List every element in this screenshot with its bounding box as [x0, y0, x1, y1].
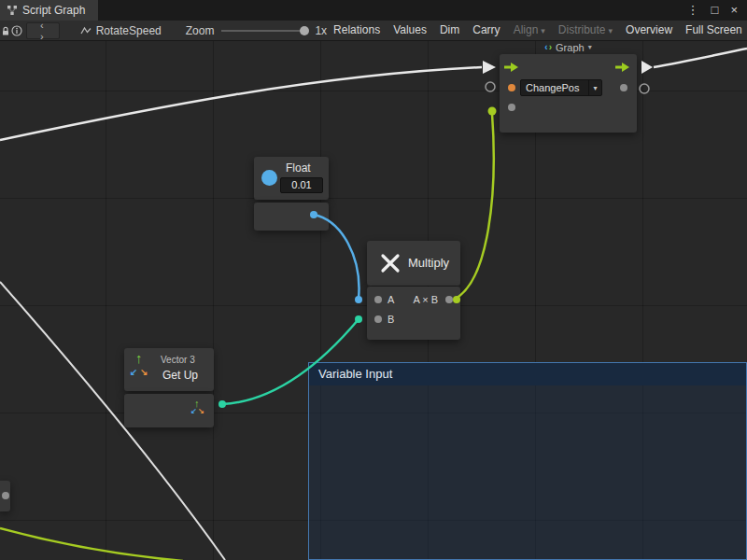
- unconnected-port-ring[interactable]: [486, 82, 495, 91]
- distribute-dropdown[interactable]: Distribute▾: [552, 21, 619, 41]
- float-node-title: Float: [286, 161, 311, 175]
- info-button[interactable]: [11, 21, 22, 41]
- multiply-node-ports[interactable]: A A × B B: [367, 287, 460, 340]
- lock-icon: [0, 25, 11, 36]
- float-node-ports[interactable]: [254, 203, 329, 231]
- multiply-node[interactable]: Multiply: [367, 241, 460, 286]
- graph-name: RotateSpeed: [80, 24, 162, 37]
- fullscreen-button[interactable]: Full Screen: [679, 21, 747, 40]
- group-variable-input[interactable]: Variable Input: [308, 362, 747, 560]
- flow-input-port[interactable]: [504, 62, 519, 73]
- chevron-down-icon: ▾: [541, 26, 545, 35]
- float-node[interactable]: Float 0.01: [254, 157, 329, 200]
- overview-button[interactable]: Overview: [619, 21, 679, 40]
- zoom-control: Zoom 1x: [186, 24, 327, 37]
- flow-wire-out-of-graph[interactable]: [654, 49, 747, 67]
- get-up-node-title: Get Up: [162, 369, 198, 382]
- vector3-output-port[interactable]: ↑ ↙ ↘: [190, 399, 206, 418]
- graph-canvas[interactable]: Variable Input ‹› Graph ▾ ChangePos ▾: [0, 41, 747, 560]
- carry-button[interactable]: Carry: [466, 21, 506, 40]
- tab-script-graph[interactable]: Script Graph: [0, 0, 98, 21]
- multiply-result-label: A × B: [413, 294, 438, 305]
- wire-end-dot: [355, 296, 362, 303]
- get-up-node-ports[interactable]: ↑ ↙ ↘: [124, 394, 214, 427]
- vector3-diag-left-icon: ↙: [130, 367, 137, 377]
- flow-wire-into-graph[interactable]: [0, 67, 482, 140]
- script-graph-icon: [7, 5, 18, 16]
- group-title: Variable Input: [318, 367, 392, 381]
- get-up-node[interactable]: ↑ ↙ ↘ Vector 3 Get Up: [124, 348, 214, 391]
- close-button[interactable]: ×: [730, 0, 738, 21]
- tab-label: Script Graph: [22, 4, 85, 17]
- tab-bar: Script Graph ⋮ □ ×: [0, 0, 747, 21]
- maximize-button[interactable]: □: [712, 0, 719, 21]
- chevron-down-icon: ▾: [588, 43, 592, 51]
- multiply-node-title: Multiply: [408, 256, 449, 270]
- window-controls: ⋮ □ ×: [687, 0, 747, 21]
- variable-dropdown[interactable]: ChangePos ▾: [520, 79, 602, 96]
- value-output-port[interactable]: [620, 84, 627, 91]
- align-dropdown[interactable]: Align▾: [507, 21, 552, 41]
- get-up-node-type: Vector 3: [161, 355, 195, 365]
- graph-toolbar: ‹ › RotateSpeed Zoom 1x Relations Values…: [0, 21, 747, 41]
- multiply-input-a-label: A: [388, 294, 394, 305]
- graph-unit-icon: ›: [549, 42, 552, 52]
- graph-unit-title-label: Graph: [556, 42, 585, 53]
- multiply-input-b-port[interactable]: [374, 315, 382, 323]
- distribute-label: Distribute: [558, 23, 606, 36]
- wire-end-dot: [355, 315, 362, 323]
- float-output-port[interactable]: [310, 211, 317, 218]
- values-button[interactable]: Values: [387, 21, 433, 40]
- multiply-input-b-label: B: [388, 314, 394, 325]
- graph-unit-node[interactable]: ChangePos ▾: [500, 54, 637, 133]
- vector3-diag-left-icon: ↙: [190, 407, 197, 415]
- relations-button[interactable]: Relations: [327, 21, 387, 40]
- unconnected-port-ring[interactable]: [640, 84, 649, 93]
- graph-asset-icon: [80, 25, 92, 36]
- multiply-result-port[interactable]: [445, 296, 453, 303]
- align-label: Align: [514, 23, 539, 36]
- chevron-down-icon: ▾: [588, 80, 601, 95]
- info-icon: [11, 25, 22, 36]
- vector3-diag-right-icon: ↘: [198, 407, 204, 415]
- multiply-input-a-port[interactable]: [374, 296, 382, 303]
- zoom-slider-knob[interactable]: [300, 26, 309, 35]
- lock-button[interactable]: [0, 21, 11, 41]
- tab-bar-spacer: [98, 0, 686, 21]
- chevron-down-icon: ▾: [609, 26, 613, 35]
- multiply-icon: [379, 252, 402, 274]
- zoom-label: Zoom: [186, 24, 215, 37]
- script-graph-window: Script Graph ⋮ □ × ‹ ›: [0, 0, 747, 560]
- dim-button[interactable]: Dim: [433, 21, 466, 40]
- value-wire-green-bottom[interactable]: [0, 528, 183, 560]
- value-input-port[interactable]: [508, 104, 515, 111]
- zoom-slider[interactable]: [221, 30, 307, 32]
- value-input-port-orange[interactable]: [508, 84, 515, 91]
- flow-arrow-icon: [641, 61, 653, 74]
- graph-unit-title[interactable]: ‹› Graph ▾: [500, 41, 637, 53]
- graph-name-label: RotateSpeed: [96, 24, 162, 37]
- wire-end-dot: [218, 400, 226, 408]
- toolbar-buttons: Relations Values Dim Carry Align▾ Distri…: [327, 21, 747, 41]
- wire-end-dot: [488, 107, 497, 116]
- vector3-up-arrow-icon: ↑: [135, 350, 143, 366]
- graph-unit-icon: ‹: [544, 42, 547, 52]
- edit-graph-button[interactable]: ‹ ›: [26, 22, 60, 39]
- float-value-field[interactable]: 0.01: [280, 177, 323, 193]
- group-header[interactable]: Variable Input: [309, 363, 746, 385]
- float-type-icon: [261, 170, 277, 186]
- offscreen-node-edge[interactable]: [0, 481, 10, 511]
- flow-output-port[interactable]: [615, 62, 630, 73]
- flow-arrow-icon: [483, 61, 496, 74]
- value-port[interactable]: [2, 492, 9, 499]
- variable-dropdown-value: ChangePos: [521, 82, 588, 93]
- vector3-diag-right-icon: ↘: [140, 367, 148, 377]
- zoom-value: 1x: [315, 24, 327, 37]
- window-menu-button[interactable]: ⋮: [687, 0, 699, 21]
